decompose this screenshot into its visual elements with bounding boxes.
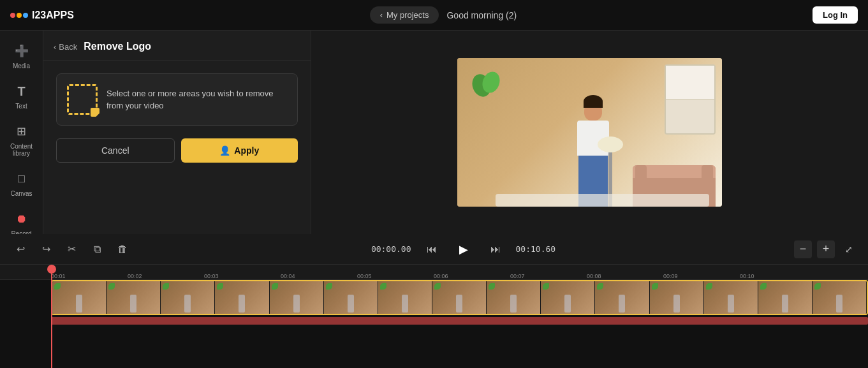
track-thumb xyxy=(161,281,215,314)
track-thumb xyxy=(270,281,324,314)
login-button[interactable]: Log In xyxy=(813,6,858,24)
playhead[interactable] xyxy=(51,265,52,368)
ruler-mark-1: 00:01 xyxy=(51,273,128,279)
ruler-mark-8: 00:08 xyxy=(587,273,663,279)
greeting-text: Good morning (2) xyxy=(446,10,517,20)
sidebar-item-record[interactable]: ⏺ Record xyxy=(3,205,41,234)
timeline-ruler: 00:01 00:02 00:03 00:04 00:05 00:06 00:0… xyxy=(0,265,868,280)
track-thumb xyxy=(541,281,595,314)
track-thumb xyxy=(595,281,649,314)
track-thumb xyxy=(813,281,867,314)
sidebar-label-media: Media xyxy=(13,63,30,70)
sidebar-label-text: Text xyxy=(15,103,27,110)
sidebar: ➕ Media T Text ⊞ Content library □ Canva… xyxy=(0,31,43,234)
ruler-marks: 00:01 00:02 00:03 00:04 00:05 00:06 00:0… xyxy=(51,265,816,279)
topbar: I23APPS ‹ My projects Good morning (2) L… xyxy=(0,0,868,31)
audio-track xyxy=(51,317,868,325)
couch-arm-right xyxy=(702,165,713,194)
person-hair xyxy=(584,95,603,108)
ruler-mark-6: 00:06 xyxy=(434,273,510,279)
track-thumb xyxy=(487,281,541,314)
play-button[interactable]: ▶ xyxy=(452,238,475,261)
sidebar-item-content-library[interactable]: ⊞ Content library xyxy=(3,117,41,162)
video-preview xyxy=(457,58,722,207)
cancel-button[interactable]: Cancel xyxy=(56,138,175,163)
track-thumb xyxy=(107,281,161,314)
toolbar: ↩ ↪ ✂ ⧉ 🗑 00:00.00 ⏮ ▶ ⏭ 00:10.60 − + ⤢ xyxy=(0,234,868,265)
redo-button[interactable]: ↪ xyxy=(36,239,56,260)
logo-dot-orange xyxy=(17,13,22,18)
sidebar-label-canvas: Canvas xyxy=(11,190,33,197)
forward-button[interactable]: ⏭ xyxy=(485,239,506,260)
topbar-center: ‹ My projects Good morning (2) xyxy=(370,6,517,24)
text-icon: T xyxy=(13,82,31,100)
instruction-text: Select one or more areas you wish to rem… xyxy=(107,87,287,112)
ruler-mark-9: 00:09 xyxy=(663,273,740,279)
video-track-container xyxy=(0,280,868,315)
delete-button[interactable]: 🗑 xyxy=(112,239,133,260)
apply-icon: 👤 xyxy=(219,145,230,156)
sidebar-item-canvas[interactable]: □ Canvas xyxy=(3,165,41,202)
rug xyxy=(496,194,709,207)
app-logo: I23APPS xyxy=(10,10,74,21)
back-label: Back xyxy=(59,42,77,52)
timeline-area: 00:01 00:02 00:03 00:04 00:05 00:06 00:0… xyxy=(0,265,868,368)
logo-dots xyxy=(10,13,28,18)
cut-button[interactable]: ✂ xyxy=(61,239,82,260)
apply-label: Apply xyxy=(234,145,259,156)
sidebar-item-media[interactable]: ➕ Media xyxy=(3,37,41,75)
track-thumb xyxy=(432,281,487,314)
canvas-icon: □ xyxy=(13,170,31,188)
sidebar-label-content-library: Content library xyxy=(5,143,38,157)
my-projects-label: My projects xyxy=(386,10,429,20)
copy-button[interactable]: ⧉ xyxy=(87,239,107,260)
toolbar-right: − + ⤢ xyxy=(794,240,858,258)
track-thumb xyxy=(704,281,758,314)
bottom-section: ↩ ↪ ✂ ⧉ 🗑 00:00.00 ⏮ ▶ ⏭ 00:10.60 − + ⤢ … xyxy=(0,234,868,368)
media-icon: ➕ xyxy=(13,42,31,60)
record-icon: ⏺ xyxy=(13,210,31,228)
current-time: 00:00.00 xyxy=(371,244,411,254)
ruler-mark-7: 00:07 xyxy=(510,273,587,279)
panel-body: Select one or more areas you wish to rem… xyxy=(43,61,311,234)
video-track[interactable] xyxy=(51,280,868,315)
ruler-mark-5: 00:05 xyxy=(357,273,434,279)
video-logo-overlay xyxy=(469,70,507,98)
total-time: 00:10.60 xyxy=(516,244,556,254)
back-button[interactable]: ‹ Back xyxy=(54,42,77,52)
panel-actions: Cancel 👤 Apply xyxy=(56,138,298,163)
app-name: I23APPS xyxy=(32,10,74,21)
panel-header: ‹ Back Remove Logo xyxy=(43,31,311,61)
undo-button[interactable]: ↩ xyxy=(10,239,31,260)
panel-title: Remove Logo xyxy=(84,41,151,52)
video-inner xyxy=(457,58,722,207)
remove-logo-panel: ‹ Back Remove Logo Select one or more ar… xyxy=(43,31,311,234)
zoom-out-button[interactable]: − xyxy=(794,240,812,258)
video-area xyxy=(311,31,868,234)
chevron-left-icon: ‹ xyxy=(54,42,56,52)
track-thumb xyxy=(758,281,813,314)
track-thumb xyxy=(650,281,704,314)
apply-button[interactable]: 👤 Apply xyxy=(181,138,298,163)
expand-button[interactable]: ⤢ xyxy=(840,240,858,258)
rewind-button[interactable]: ⏮ xyxy=(422,239,442,260)
track-thumb xyxy=(324,281,378,314)
couch-arm-left xyxy=(635,165,647,194)
ruler-mark-4: 00:04 xyxy=(281,273,357,279)
logo-dot-blue xyxy=(23,13,28,18)
track-thumb xyxy=(378,281,432,314)
toolbar-center: 00:00.00 ⏮ ▶ ⏭ 00:10.60 xyxy=(138,238,789,261)
window-top xyxy=(666,66,714,99)
ruler-mark-2: 00:02 xyxy=(128,273,204,279)
chevron-left-icon: ‹ xyxy=(380,10,383,20)
zoom-in-button[interactable]: + xyxy=(817,240,835,258)
ruler-mark-3: 00:03 xyxy=(204,273,281,279)
logo-dot-red xyxy=(10,13,15,18)
instruction-box: Select one or more areas you wish to rem… xyxy=(56,73,298,126)
sidebar-item-text[interactable]: T Text xyxy=(3,77,41,115)
my-projects-button[interactable]: ‹ My projects xyxy=(370,6,439,24)
window xyxy=(665,64,716,135)
track-thumb xyxy=(215,281,269,314)
content-library-icon: ⊞ xyxy=(13,122,31,140)
main-layout: ➕ Media T Text ⊞ Content library □ Canva… xyxy=(0,31,868,234)
